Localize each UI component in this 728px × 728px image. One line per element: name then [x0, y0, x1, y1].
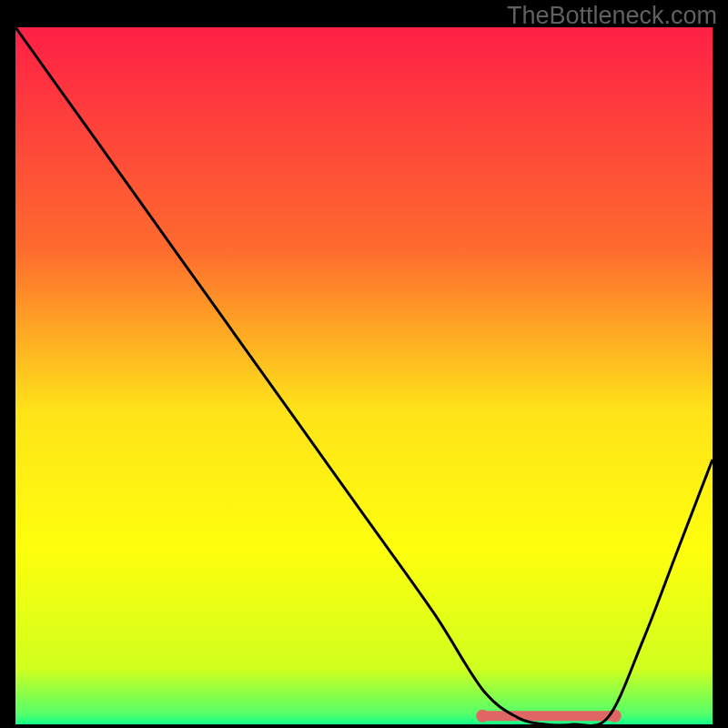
plot-background [15, 27, 713, 724]
chart-stage: TheBottleneck.com [0, 0, 728, 728]
svg-point-1 [476, 710, 489, 723]
highlight-band [476, 710, 622, 723]
watermark-text: TheBottleneck.com [507, 2, 717, 30]
bottleneck-chart [15, 27, 713, 724]
